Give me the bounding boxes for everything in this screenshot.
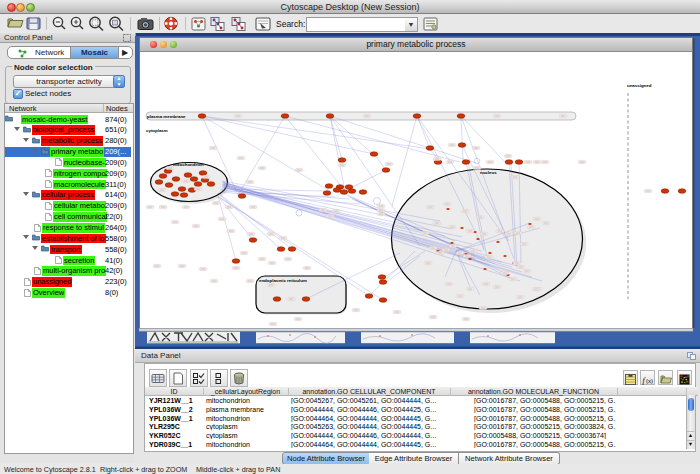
svg-text:unassigned: unassigned: [627, 83, 652, 88]
svg-text:cytoplasm: cytoplasm: [146, 128, 168, 133]
svg-text:nucleus: nucleus: [480, 170, 497, 175]
svg-text:plasma membrane: plasma membrane: [147, 114, 186, 119]
svg-text:mitochondrion: mitochondrion: [173, 162, 204, 167]
svg-text:(x): (x): [646, 378, 653, 384]
svg-text:endoplasmic reticulum: endoplasmic reticulum: [259, 278, 307, 283]
